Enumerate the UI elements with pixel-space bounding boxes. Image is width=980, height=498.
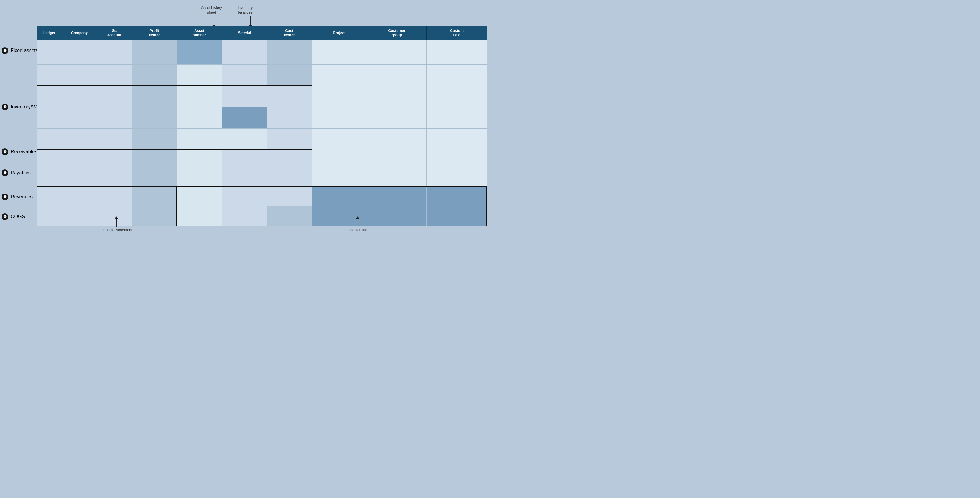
header-ledger: Ledger (37, 26, 62, 40)
header-custom-field: Customfield (427, 26, 487, 40)
cell-inv2-project (312, 107, 367, 128)
cell-fa1-ledger (37, 40, 62, 64)
asset-history-arrow (212, 16, 215, 27)
financial-statement-annotation: Financial statement (100, 216, 132, 232)
cell-fa1-gl (97, 40, 132, 64)
table-row (37, 150, 487, 168)
cell-rev-profit (132, 186, 177, 206)
cell-inv1-cost (267, 86, 312, 107)
cell-inv3-cost (267, 128, 312, 150)
header-gl-account: GLaccount (97, 26, 132, 40)
header-profit-center: Profitcenter (132, 26, 177, 40)
cell-cogs-custgroup (367, 206, 427, 226)
cell-inv2-cost (267, 107, 312, 128)
row-label-inventory: ❷ Inventory/WIP (2, 104, 41, 110)
cell-cogs-cost (267, 206, 312, 226)
inventory-balances-label: Inventorybalances (238, 5, 253, 15)
table-row (37, 86, 487, 107)
profitability-annotation: Profitability (349, 216, 367, 232)
table-row (37, 40, 487, 64)
cell-rev-custgroup (367, 186, 427, 206)
cell-pay-company (62, 168, 97, 186)
cell-rev-custom (427, 186, 487, 206)
cell-rec-project (312, 150, 367, 168)
cell-inv2-material (222, 107, 267, 128)
cell-cogs-company (62, 206, 97, 226)
cell-pay-ledger (37, 168, 62, 186)
cell-fa2-asset (177, 64, 222, 86)
main-container: Asset historysheet Inventorybalances ❶ F… (0, 0, 490, 249)
label-cogs: COGS (11, 214, 25, 219)
cell-inv1-ledger (37, 86, 62, 107)
financial-statement-label: Financial statement (100, 228, 132, 232)
cell-fa1-custom (427, 40, 487, 64)
header-project: Project (312, 26, 367, 40)
cell-fa1-company (62, 40, 97, 64)
cell-fa1-profit (132, 40, 177, 64)
cell-fa2-company (62, 64, 97, 86)
cell-fa1-material (222, 40, 267, 64)
cell-rec-material (222, 150, 267, 168)
cell-pay-material (222, 168, 267, 186)
table-row (37, 64, 487, 86)
row-label-revenues: ❺ Revenues (2, 193, 33, 200)
cell-inv2-gl (97, 107, 132, 128)
cell-fa2-custom (427, 64, 487, 86)
header-company: Company (62, 26, 97, 40)
cell-pay-gl (97, 168, 132, 186)
cell-pay-profit (132, 168, 177, 186)
asset-history-label: Asset historysheet (201, 5, 222, 15)
table-row (37, 186, 487, 206)
header-cost-center: Costcenter (267, 26, 312, 40)
label-payables: Payables (11, 170, 31, 176)
cell-fa1-custgroup (367, 40, 427, 64)
label-receivables: Receivables (11, 149, 37, 155)
cell-inv2-company (62, 107, 97, 128)
cell-fa2-ledger (37, 64, 62, 86)
cell-rec-asset (177, 150, 222, 168)
cell-fa2-project (312, 64, 367, 86)
cell-inv3-company (62, 128, 97, 150)
cell-cogs-profit (132, 206, 177, 226)
cell-fa2-cost (267, 64, 312, 86)
cell-pay-project (312, 168, 367, 186)
label-fixed-assets: Fixed assets (11, 48, 38, 53)
badge-1: ❶ (2, 47, 8, 54)
cell-rec-custgroup (367, 150, 427, 168)
cell-pay-custom (427, 168, 487, 186)
row-label-receivables: ❸ Receivables (2, 148, 37, 155)
main-table-wrapper: Ledger Company GLaccount Profitcenter As… (37, 26, 487, 226)
cell-fa1-project (312, 40, 367, 64)
cell-inv2-profit (132, 107, 177, 128)
badge-4: ❹ (2, 169, 8, 176)
cell-rec-cost (267, 150, 312, 168)
cell-rev-project (312, 186, 367, 206)
cell-inv1-asset (177, 86, 222, 107)
row-label-payables: ❹ Payables (2, 169, 31, 176)
cell-fa1-asset (177, 40, 222, 64)
header-row: Ledger Company GLaccount Profitcenter As… (37, 26, 487, 40)
inventory-balances-arrow (249, 16, 252, 27)
cell-pay-custgroup (367, 168, 427, 186)
cell-rec-company (62, 150, 97, 168)
cell-fa1-cost (267, 40, 312, 64)
cell-fa2-custgroup (367, 64, 427, 86)
cell-cogs-material (222, 206, 267, 226)
cell-inv3-custom (427, 128, 487, 150)
cell-pay-cost (267, 168, 312, 186)
cell-pay-asset (177, 168, 222, 186)
cell-inv3-material (222, 128, 267, 150)
badge-5: ❺ (2, 193, 8, 200)
badge-2: ❷ (2, 104, 8, 110)
cell-fa2-gl (97, 64, 132, 86)
table-row (37, 107, 487, 128)
badge-6: ❻ (2, 213, 8, 220)
cell-inv3-custgroup (367, 128, 427, 150)
cell-inv3-project (312, 128, 367, 150)
header-asset-number: Assetnumber (177, 26, 222, 40)
cell-inv1-custgroup (367, 86, 427, 107)
table-row (37, 128, 487, 150)
cell-inv1-company (62, 86, 97, 107)
cell-fa2-material (222, 64, 267, 86)
cell-rec-ledger (37, 150, 62, 168)
